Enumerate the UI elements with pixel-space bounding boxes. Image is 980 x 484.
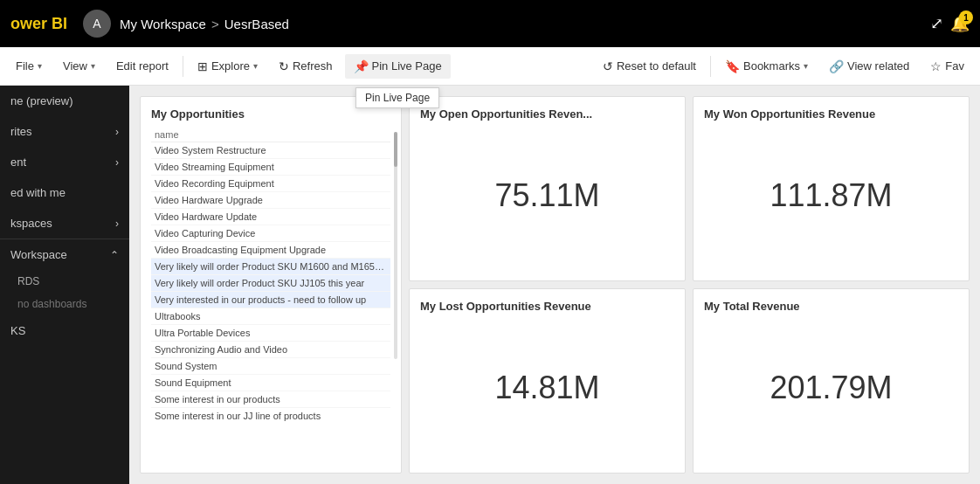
open-revenue-value: 75.11M xyxy=(420,128,674,264)
list-item[interactable]: Video System Restructure xyxy=(151,142,390,159)
list-item[interactable]: Some interest in our JJ line of products xyxy=(151,408,390,422)
won-revenue-value: 111.87M xyxy=(704,128,958,264)
list-item[interactable]: Some interest in our products xyxy=(151,391,390,408)
file-menu[interactable]: File ▾ xyxy=(7,54,51,78)
main-layout: ne (preview) rites › ent › ed with me ks… xyxy=(0,86,980,484)
app-logo: ower BI xyxy=(10,15,67,33)
list-item[interactable]: Video Hardware Update xyxy=(151,209,390,225)
pin-live-page-button[interactable]: 📌 Pin Live Page xyxy=(345,54,451,79)
breadcrumb-separator: > xyxy=(211,17,219,31)
bookmarks-icon: 🔖 xyxy=(725,59,740,73)
won-revenue-card: My Won Opportunities Revenue 111.87M xyxy=(693,96,970,281)
menu-divider-2 xyxy=(710,56,711,77)
list-item[interactable]: Synchronizing Audio and Video xyxy=(151,342,390,358)
my-workspace-chevron: ⌃ xyxy=(110,249,119,261)
open-revenue-card: My Open Opportunities Reven... 75.11M xyxy=(409,96,686,281)
sidebar-my-workspace-section: Workspace ⌃ RDS no dashboards xyxy=(0,239,129,315)
notification-count: 1 xyxy=(959,10,973,24)
reset-icon: ↺ xyxy=(603,59,613,73)
list-item[interactable]: Sound System xyxy=(151,358,390,375)
menu-divider-1 xyxy=(183,56,183,77)
sidebar-item-home[interactable]: ne (preview) xyxy=(0,86,129,116)
list-item[interactable]: Video Broadcasting Equipment Upgrade xyxy=(151,242,390,259)
opportunities-title: My Opportunities xyxy=(151,107,390,121)
opportunities-card: My Opportunities name Video System Restr… xyxy=(140,96,402,474)
top-bar-right: ⤢ 🔔 1 xyxy=(930,14,970,33)
opportunities-column-header: name xyxy=(151,128,390,142)
list-item[interactable]: Video Recording Equipment xyxy=(151,176,390,192)
favorites-chevron: › xyxy=(115,126,119,138)
breadcrumb-current: UesrBased xyxy=(224,17,289,31)
edit-report-button[interactable]: Edit report xyxy=(107,54,177,78)
lost-revenue-title: My Lost Opportunities Revenue xyxy=(420,300,674,313)
list-item[interactable]: Very likely will order Product SKU JJ105… xyxy=(151,275,390,292)
dashboard-grid: My Opportunities name Video System Restr… xyxy=(140,96,970,474)
lost-revenue-card: My Lost Opportunities Revenue 14.81M xyxy=(409,288,686,474)
explore-arrow: ▾ xyxy=(253,61,258,71)
refresh-icon: ↻ xyxy=(279,59,289,73)
view-related-button[interactable]: 🔗 View related xyxy=(820,54,918,79)
list-item[interactable]: Very likely will order Product SKU M1600… xyxy=(151,259,390,275)
lost-revenue-value: 14.81M xyxy=(420,320,674,456)
sidebar-item-shared[interactable]: ed with me xyxy=(0,177,129,208)
content-area: My Opportunities name Video System Restr… xyxy=(129,86,980,484)
opportunities-list[interactable]: Video System RestructureVideo Streaming … xyxy=(151,142,390,422)
view-related-icon: 🔗 xyxy=(829,59,844,73)
explore-icon: ⊞ xyxy=(197,59,208,73)
bookmarks-arrow: ▾ xyxy=(804,61,808,71)
total-revenue-card: My Total Revenue 201.79M xyxy=(693,288,970,474)
list-item[interactable]: Video Streaming Equipment xyxy=(151,159,390,176)
menu-bar: File ▾ View ▾ Edit report ⊞ Explore ▾ ↻ … xyxy=(0,47,980,86)
view-menu-arrow: ▾ xyxy=(91,61,95,71)
notification-bell[interactable]: 🔔 1 xyxy=(950,14,970,33)
list-item[interactable]: Sound Equipment xyxy=(151,375,390,391)
sidebar-item-oks[interactable]: KS xyxy=(0,315,129,346)
view-menu[interactable]: View ▾ xyxy=(54,54,104,78)
total-revenue-title: My Total Revenue xyxy=(704,300,958,313)
workspaces-chevron: › xyxy=(115,218,119,230)
list-item[interactable]: Ultra Portable Devices xyxy=(151,325,390,342)
breadcrumb-workspace[interactable]: My Workspace xyxy=(120,17,206,31)
pin-icon: 📌 xyxy=(354,59,369,73)
list-item[interactable]: Video Hardware Upgrade xyxy=(151,192,390,209)
sidebar-item-favorites[interactable]: rites › xyxy=(0,116,129,147)
sidebar-item-rds[interactable]: RDS xyxy=(0,270,129,293)
total-revenue-value: 201.79M xyxy=(704,320,958,456)
won-revenue-title: My Won Opportunities Revenue xyxy=(704,107,958,121)
bookmarks-menu[interactable]: 🔖 Bookmarks ▾ xyxy=(716,54,817,79)
pin-live-page-tooltip: Pin Live Page xyxy=(355,87,439,108)
recent-chevron: › xyxy=(115,156,119,169)
sidebar-item-recent[interactable]: ent › xyxy=(0,147,129,177)
file-menu-arrow: ▾ xyxy=(38,61,42,71)
expand-icon[interactable]: ⤢ xyxy=(930,14,943,33)
sidebar-item-no-dashboards: no dashboards xyxy=(0,293,129,315)
open-revenue-title: My Open Opportunities Reven... xyxy=(420,107,674,121)
scrollbar[interactable] xyxy=(394,132,397,359)
scrollbar-thumb[interactable] xyxy=(394,132,397,167)
top-bar: ower BI A My Workspace > UesrBased ⤢ 🔔 1 xyxy=(0,0,980,47)
avatar[interactable]: A xyxy=(83,10,111,38)
list-item[interactable]: Video Capturing Device xyxy=(151,225,390,242)
pin-live-page-container: 📌 Pin Live Page Pin Live Page xyxy=(345,54,451,79)
explore-menu[interactable]: ⊞ Explore ▾ xyxy=(189,54,266,79)
list-item[interactable]: Very interested in our products - need t… xyxy=(151,292,390,308)
reset-button[interactable]: ↺ Reset to default xyxy=(594,54,705,79)
list-item[interactable]: Ultrabooks xyxy=(151,308,390,325)
star-icon: ☆ xyxy=(930,59,942,73)
sidebar-item-workspaces[interactable]: kspaces › xyxy=(0,208,129,239)
sidebar-item-my-workspace[interactable]: Workspace ⌃ xyxy=(0,239,129,270)
fav-button[interactable]: ☆ Fav xyxy=(921,54,973,79)
refresh-button[interactable]: ↻ Refresh xyxy=(270,54,342,79)
sidebar: ne (preview) rites › ent › ed with me ks… xyxy=(0,86,129,484)
breadcrumb: My Workspace > UesrBased xyxy=(120,17,289,31)
